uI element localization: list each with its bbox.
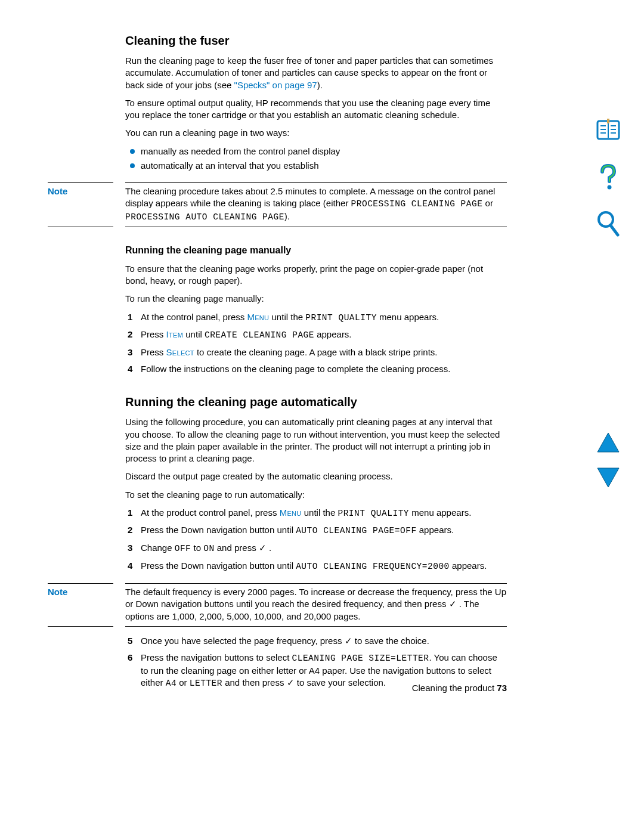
code-text: ON — [203, 544, 214, 553]
text: appears. — [417, 525, 454, 535]
bullet-list-ways: manually as needed from the control pane… — [125, 145, 507, 172]
code-text: A4 — [166, 679, 177, 688]
para-auto-1: Using the following procedure, you can a… — [125, 416, 507, 465]
steps-auto-cont: Once you have selected the page frequenc… — [125, 635, 507, 690]
text: until the — [269, 312, 305, 322]
note-label: Note — [48, 583, 113, 598]
note-text: The default frequency is every 2000 page… — [125, 583, 507, 627]
code-text: PRINT QUALITY — [338, 509, 409, 518]
text: Change — [141, 543, 175, 553]
text: ). — [317, 80, 323, 90]
para-recommend: To ensure optimal output quality, HP rec… — [125, 97, 507, 122]
page-nav-arrows — [590, 432, 626, 492]
para-manual-2: To run the cleaning page manually: — [125, 293, 507, 305]
list-item: At the product control panel, press Menu… — [125, 507, 507, 520]
text: to save the choice. — [352, 636, 429, 646]
list-item: automatically at an interval that you es… — [125, 160, 507, 172]
svg-line-4 — [611, 225, 618, 235]
code-text: CREATE CLEANING PAGE — [205, 330, 314, 340]
sidebar-toolbar — [590, 116, 626, 240]
text: ). — [284, 211, 290, 221]
note-label: Note — [48, 182, 113, 197]
checkmark-icon: ✓ — [287, 677, 295, 688]
list-item: Press Select to create the cleaning page… — [125, 346, 507, 358]
code-text: OFF — [175, 544, 191, 553]
text: menu appears. — [409, 507, 471, 518]
button-ref-item: Item — [166, 329, 184, 339]
para-auto-3: To set the cleaning page to run automati… — [125, 489, 507, 501]
text: Press — [141, 329, 166, 339]
code-text: AUTO CLEANING PAGE=OFF — [296, 526, 416, 535]
code-text: AUTO CLEANING FREQUENCY=2000 — [296, 562, 450, 571]
para-two-ways: You can run a cleaning page in two ways: — [125, 127, 507, 139]
list-item: Press the Down navigation button until A… — [125, 560, 507, 573]
text: appears. — [450, 561, 487, 571]
text: until — [183, 329, 205, 339]
list-item: At the control panel, press Menu until t… — [125, 311, 507, 324]
text: Press the navigation buttons to select — [141, 652, 292, 662]
code-text: PRINT QUALITY — [305, 313, 377, 323]
code-text: PROCESSING CLEANING PAGE — [351, 199, 483, 209]
page-footer: Cleaning the product 73 — [412, 682, 507, 694]
para-auto-2: Discard the output page created by the a… — [125, 470, 507, 482]
list-item: Press Item until CREATE CLEANING PAGE ap… — [125, 329, 507, 342]
list-item: Press the Down navigation button until A… — [125, 524, 507, 537]
para-manual-1: To ensure that the cleaning page works p… — [125, 263, 507, 287]
page-number: 73 — [497, 683, 507, 693]
text: Press — [141, 347, 166, 357]
book-icon[interactable] — [594, 116, 623, 148]
text: Press the Down navigation button until — [141, 561, 296, 571]
svg-marker-5 — [597, 433, 619, 452]
text: to — [191, 543, 203, 553]
button-ref-select: Select — [166, 347, 194, 357]
steps-manual: At the control panel, press Menu until t… — [125, 311, 507, 376]
checkmark-icon: ✓ — [449, 599, 457, 609]
note-block-1: Note The cleaning procedure takes about … — [125, 182, 507, 227]
text: and press — [215, 543, 259, 553]
button-ref-menu: Menu — [247, 312, 269, 322]
previous-page-button[interactable] — [596, 432, 620, 456]
text: or — [177, 677, 190, 688]
svg-point-2 — [608, 185, 612, 190]
text: and then press — [222, 677, 287, 688]
note-text: The cleaning procedure takes about 2.5 m… — [125, 182, 507, 227]
code-text: LETTER — [190, 679, 222, 688]
heading-manual: Running the cleaning page manually — [125, 244, 507, 257]
note-block-2: Note The default frequency is every 2000… — [125, 583, 507, 627]
checkmark-icon: ✓ — [345, 636, 352, 646]
list-item: manually as needed from the control pane… — [125, 145, 507, 157]
button-ref-menu: Menu — [280, 507, 302, 518]
heading-cleaning-fuser: Cleaning the fuser — [125, 33, 507, 49]
list-item: Change OFF to ON and press ✓ . — [125, 542, 507, 555]
para-intro: Run the cleaning page to keep the fuser … — [125, 55, 507, 91]
list-item: Once you have selected the page frequenc… — [125, 635, 507, 647]
steps-auto: At the product control panel, press Menu… — [125, 507, 507, 572]
text: appears. — [314, 329, 352, 339]
text: until the — [302, 507, 338, 518]
text: menu appears. — [377, 312, 439, 322]
magnifier-icon[interactable] — [594, 209, 623, 240]
question-icon[interactable] — [594, 162, 623, 194]
text: Once you have selected the page frequenc… — [141, 636, 345, 646]
code-text: CLEANING PAGE SIZE=LETTER — [292, 654, 429, 663]
text: Press the Down navigation button until — [141, 525, 296, 535]
text: to create the cleaning page. A page with… — [194, 347, 438, 357]
list-item: Follow the instructions on the cleaning … — [125, 363, 507, 375]
footer-text: Cleaning the product — [412, 683, 494, 693]
next-page-button[interactable] — [596, 467, 620, 491]
link-specks-p97[interactable]: "Specks" on page 97 — [234, 80, 317, 90]
text: or — [482, 198, 493, 208]
svg-rect-1 — [607, 119, 609, 123]
text: At the control panel, press — [141, 312, 247, 322]
text: At the product control panel, press — [141, 507, 280, 518]
checkmark-icon: ✓ — [259, 543, 267, 553]
heading-auto: Running the cleaning page automatically — [125, 394, 507, 410]
text: to save your selection. — [295, 677, 386, 688]
code-text: PROCESSING AUTO CLEANING PAGE — [125, 212, 284, 222]
text: . — [267, 543, 271, 553]
svg-marker-6 — [597, 468, 619, 487]
